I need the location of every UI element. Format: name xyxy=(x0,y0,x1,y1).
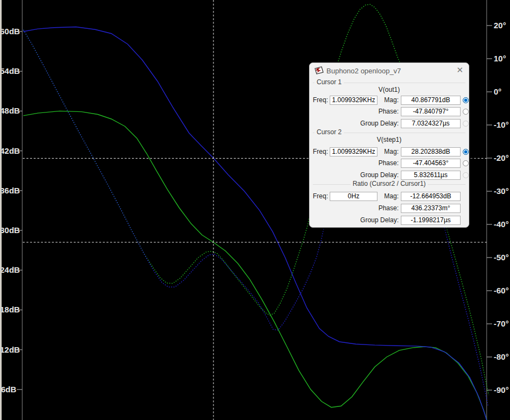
db-tick-label: 30dB xyxy=(0,226,16,235)
phase-tick-label: -20° xyxy=(494,154,510,162)
ratio-mag-row: Freq: 0Hz Mag: -12.664953dB xyxy=(310,192,469,202)
cursor2-mag-label: Mag: xyxy=(347,147,399,156)
ratio-groupdelay-label: Group Delay: xyxy=(347,216,399,225)
cursor2-mag-row: Freq: 1.0099329KHz Mag: 28.202838dB xyxy=(310,147,469,157)
ratio-phase-value[interactable]: 436.23373m° xyxy=(401,204,461,213)
cursor2-phase-row: Phase: -47.404563° xyxy=(310,159,469,168)
cursor2-freq-label: Freq: xyxy=(312,147,328,156)
ratio-groupdelay-value[interactable]: -1.1998217µs xyxy=(401,216,461,225)
cursor2-section-label: Cursor 2 xyxy=(314,128,344,136)
cursor2-phase-value[interactable]: -47.404563° xyxy=(401,159,461,168)
cursor1-groupdelay-label: Group Delay: xyxy=(347,119,399,128)
phase-tick-label: 0° xyxy=(494,87,510,96)
ratio-freq-label: Freq: xyxy=(312,192,328,201)
cursor2-groupdelay-radio[interactable] xyxy=(463,172,469,178)
cursor2-phase-radio[interactable] xyxy=(463,160,469,166)
close-icon[interactable]: ✕ xyxy=(456,65,463,75)
ltspice-logo-icon xyxy=(314,66,324,76)
cursor1-groupdelay-radio[interactable] xyxy=(463,121,469,127)
cursor2-phase-label: Phase: xyxy=(347,159,399,168)
db-tick-label: 36dB xyxy=(0,186,16,195)
ratio-group-line: Ratio (Cursor2 / Cursor1) xyxy=(313,184,465,185)
ltspice-waveform-pane: 60dB54dB48dB42dB36dB30dB24dB18dB12dB6dB2… xyxy=(0,0,510,420)
cursor1-mag-label: Mag: xyxy=(347,96,399,105)
cursor1-phase-label: Phase: xyxy=(347,107,399,116)
dialog-titlebar[interactable]: Buphono2 openloop_v7 ✕ xyxy=(310,63,469,78)
cursor2-group-line: Cursor 2 xyxy=(313,133,465,133)
cursor2-groupdelay-label: Group Delay: xyxy=(347,171,399,180)
phase-tick-label: -70° xyxy=(494,319,510,328)
ratio-mag-value[interactable]: -12.664953dB xyxy=(401,192,461,201)
window-left-edge xyxy=(0,0,2,420)
ratio-mag-label: Mag: xyxy=(347,192,399,201)
cursor1-signal: V(out1) xyxy=(310,86,469,93)
db-tick-label: 18dB xyxy=(0,305,16,314)
phase-tick-label: -40° xyxy=(494,220,510,229)
cursor1-phase-radio[interactable] xyxy=(463,109,469,115)
cursor2-signal: V(step1) xyxy=(310,136,469,143)
db-tick-label: 6dB xyxy=(0,385,16,394)
dialog-title: Buphono2 openloop_v7 xyxy=(326,67,401,75)
cursor1-mag-value[interactable]: 40.867791dB xyxy=(401,96,461,105)
cursor1-phase-row: Phase: -47.840797° xyxy=(310,107,469,117)
db-tick-label: 48dB xyxy=(0,106,16,115)
cursor2-mag-radio[interactable] xyxy=(463,149,469,155)
db-tick-label: 60dB xyxy=(0,27,16,36)
db-tick-label: 54dB xyxy=(0,67,16,76)
ratio-section-label: Ratio (Cursor2 / Cursor1) xyxy=(350,180,428,188)
ratio-groupdelay-row: Group Delay: -1.1998217µs xyxy=(310,216,469,225)
phase-tick-label: 10° xyxy=(494,54,510,63)
cursor1-groupdelay-row: Group Delay: 7.0324327µs xyxy=(310,119,469,129)
cursor1-freq-label: Freq: xyxy=(312,96,328,105)
cursor1-section-label: Cursor 1 xyxy=(314,78,344,86)
ratio-phase-row: Phase: 436.23373m° xyxy=(310,204,469,214)
cursor-dialog[interactable]: Buphono2 openloop_v7 ✕ Cursor 1 V(out1) … xyxy=(309,62,469,228)
phase-tick-label: -90° xyxy=(494,386,510,394)
cursor2-mag-value[interactable]: 28.202838dB xyxy=(401,147,461,156)
ratio-phase-label: Phase: xyxy=(347,204,399,213)
db-tick-label: 24dB xyxy=(0,266,16,274)
phase-tick-label: -30° xyxy=(494,187,510,196)
cursor2-groupdelay-row: Group Delay: 5.832611µs xyxy=(310,171,469,180)
db-tick-label: 42dB xyxy=(0,147,16,155)
phase-tick-label: 20° xyxy=(494,21,510,30)
phase-tick-label: -80° xyxy=(494,353,510,361)
cursor1-groupdelay-value[interactable]: 7.0324327µs xyxy=(401,119,461,128)
phase-tick-label: -50° xyxy=(494,253,510,262)
cursor1-mag-radio[interactable] xyxy=(463,97,469,103)
cursor1-group-line: Cursor 1 xyxy=(313,83,465,83)
phase-tick-label: -10° xyxy=(494,121,510,129)
cursor1-mag-row: Freq: 1.0099329KHz Mag: 40.867791dB xyxy=(310,96,469,105)
db-tick-label: 12dB xyxy=(0,346,16,354)
cursor1-phase-value[interactable]: -47.840797° xyxy=(401,107,461,116)
phase-tick-label: -60° xyxy=(494,286,510,295)
cursor2-groupdelay-value[interactable]: 5.832611µs xyxy=(401,171,461,180)
